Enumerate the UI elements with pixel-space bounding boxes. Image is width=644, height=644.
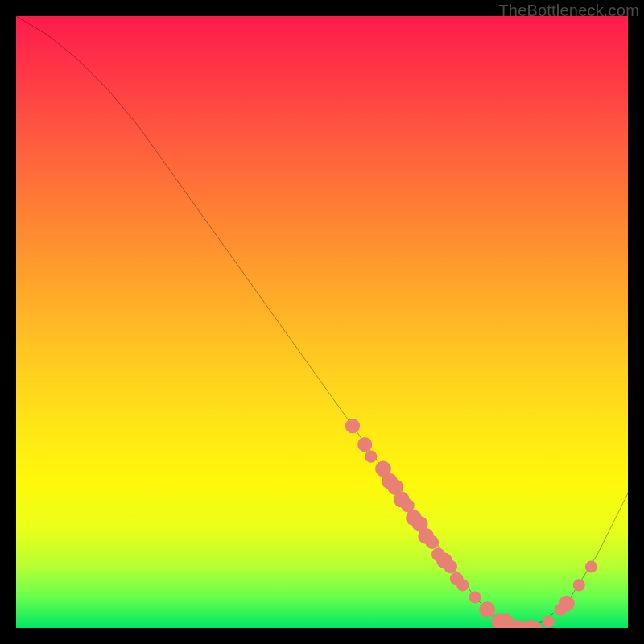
highlight-dot bbox=[479, 601, 495, 617]
chart-frame: TheBottleneck.com bbox=[0, 0, 644, 644]
highlight-dots bbox=[345, 419, 597, 628]
highlight-dot bbox=[573, 579, 585, 591]
bottleneck-curve-svg bbox=[16, 16, 628, 628]
highlight-dot bbox=[559, 596, 575, 612]
highlight-dot bbox=[456, 579, 469, 591]
highlight-dot bbox=[425, 535, 439, 549]
highlight-dot bbox=[585, 560, 597, 572]
highlight-dot bbox=[543, 616, 555, 628]
bottleneck-curve-path bbox=[16, 16, 628, 628]
highlight-dot bbox=[345, 419, 360, 433]
watermark-text: TheBottleneck.com bbox=[498, 2, 639, 20]
plot-area bbox=[16, 16, 628, 628]
highlight-dot bbox=[444, 560, 457, 574]
highlight-dot bbox=[357, 437, 372, 452]
highlight-dot bbox=[365, 451, 377, 463]
highlight-dot bbox=[469, 591, 481, 603]
